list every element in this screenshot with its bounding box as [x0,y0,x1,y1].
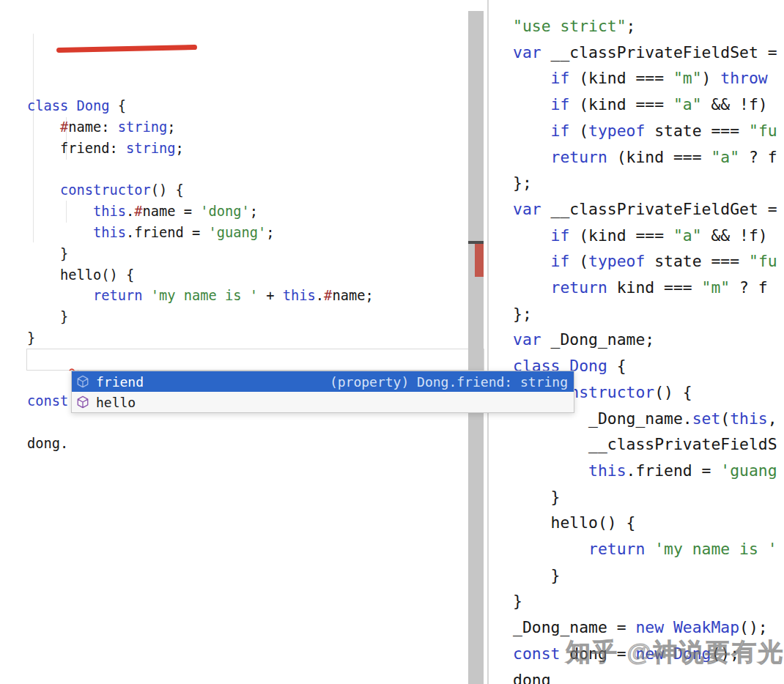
code-token: dong [513,671,551,684]
code-token: , [768,409,777,428]
code-token: # [60,119,68,135]
code-token: const [513,644,560,663]
field-icon [76,395,89,409]
code-line: } [27,328,468,349]
code-token: name [68,119,101,135]
code-line: return 'my name is ' [513,536,784,562]
code-token: typeof [588,252,645,270]
code-token: ; [365,288,373,303]
code-line: var __classPrivateFieldSet = [513,40,784,66]
code-line: this.friend = 'guang'; [27,223,468,244]
code-token: kind === [607,278,702,297]
code-token: name [143,204,176,219]
code-token: # [324,288,332,303]
suggest-item-hello[interactable]: hello [72,392,574,412]
code-token: hello() { [513,513,635,532]
code-token: dong = [560,644,635,663]
code-token: const [27,393,68,409]
code-token: if [551,69,570,87]
code-line: } [513,588,784,614]
code-token: 'my name is ' [654,540,777,558]
code-token: && !f) [702,95,768,114]
code-token: 'guang [720,461,777,480]
code-token: _Dong_name; [541,330,655,349]
code-token: var [513,43,541,62]
code-token [513,122,551,140]
code-token: (kind === [607,148,711,166]
code-token: state === [645,252,749,270]
code-token: var [513,200,541,218]
code-token: .friend = [626,461,721,480]
code-line: this.friend = 'guang [513,458,784,484]
code-token: string [126,141,176,156]
code-token: _Dong_name = [513,618,635,636]
code-line: if (typeof state === "fu [513,248,784,275]
code-line: #name: string; [27,117,468,138]
code-token: } [27,309,68,324]
code-token: } [27,246,68,261]
code-token: (); [711,644,739,663]
code-token: 'guang' [209,225,267,240]
code-token [513,95,551,114]
code-token: "m" [702,278,731,297]
code-token: throw [720,69,767,87]
code-token: state === [645,122,749,140]
code-line: dong [513,667,784,684]
code-token: # [134,204,142,219]
code-token: "fu [749,122,777,140]
scrollbar-error-marker [475,244,484,277]
code-token: 'dong' [200,204,250,219]
code-token: class Dong [27,98,110,114]
code-token [513,540,588,558]
code-token: return [93,288,143,303]
code-line: dong. [27,434,468,455]
code-line: } [513,562,784,589]
code-line: }; [513,301,784,327]
code-token [513,69,551,87]
code-token: ; [250,204,258,219]
code-token: new Dong [635,644,711,663]
code-token: { [607,357,626,375]
code-line: constructor() { [27,180,468,201]
suggest-item-friend[interactable]: friend (property) Dong.friend: string [72,371,574,392]
code-token: "m" [673,69,702,87]
code-line: }; [513,170,784,196]
code-token: friend: [27,141,126,156]
code-token: }; [513,305,532,323]
editor-scrollbar[interactable] [468,11,484,684]
code-token: (kind === [569,95,673,114]
code-token: return [588,540,645,558]
code-token: dong. [27,436,68,451]
code-line: "use strict"; [513,13,784,40]
code-token: (); [739,618,768,636]
code-token [513,226,551,245]
code-token: if [551,252,570,270]
code-line: class Dong { [27,96,468,117]
code-line: if (typeof state === "fu [513,118,784,144]
code-token: ( [569,252,588,270]
code-token: ; [167,119,175,135]
code-line: } [27,307,468,328]
code-token: this [93,204,126,219]
suggest-label: hello [96,395,136,410]
code-token: string [118,119,168,135]
code-line: if (kind === "a" && !f) [513,223,784,249]
code-token: "a" [711,148,739,166]
code-token [645,540,654,558]
code-token: if [551,95,570,114]
code-line: __classPrivateFieldS [513,431,784,458]
code-token: new WeakMap [635,618,739,636]
code-line: hello() { [27,265,468,286]
suggest-label: friend [96,374,144,390]
code-token: } [513,488,560,506]
typescript-editor-pane[interactable]: class Dong { #name: string; friend: stri… [0,0,468,684]
code-token: = [176,204,201,219]
code-token: (kind === [569,69,673,87]
code-token: __classPrivateFieldS [513,435,777,453]
code-line: return (kind === "a" ? f [513,144,784,171]
code-token: } [513,566,560,584]
code-token [27,182,60,198]
code-token: return [551,148,607,166]
code-token: ? f [739,148,777,166]
compiled-js-editor-pane[interactable]: "use strict";var __classPrivateFieldSet … [488,0,784,684]
